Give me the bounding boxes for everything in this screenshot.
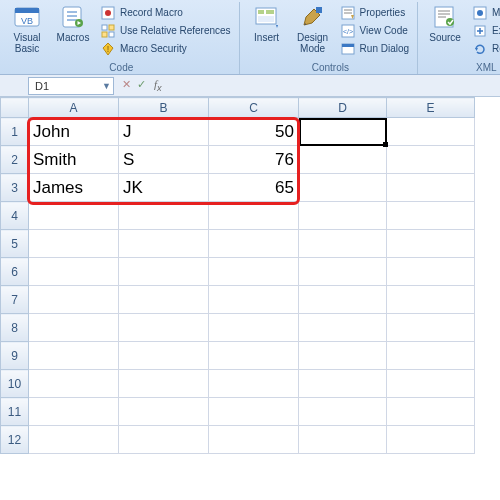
row-header-2[interactable]: 2: [1, 146, 29, 174]
row-header-12[interactable]: 12: [1, 426, 29, 454]
cell-E7[interactable]: [387, 286, 475, 314]
cell-C1[interactable]: 50: [209, 118, 299, 146]
cell-C6[interactable]: [209, 258, 299, 286]
cell-E3[interactable]: [387, 174, 475, 202]
cell-A12[interactable]: [29, 426, 119, 454]
cell-E1[interactable]: [387, 118, 475, 146]
row-header-7[interactable]: 7: [1, 286, 29, 314]
col-header-E[interactable]: E: [387, 98, 475, 118]
refresh-icon: [472, 41, 488, 57]
cell-A6[interactable]: [29, 258, 119, 286]
cell-D4[interactable]: [299, 202, 387, 230]
cell-B6[interactable]: [119, 258, 209, 286]
row-header-10[interactable]: 10: [1, 370, 29, 398]
fx-icon[interactable]: fx: [152, 78, 162, 93]
name-box[interactable]: D1 ▼: [28, 77, 114, 95]
cell-C12[interactable]: [209, 426, 299, 454]
cell-E11[interactable]: [387, 398, 475, 426]
row-header-6[interactable]: 6: [1, 258, 29, 286]
cancel-icon[interactable]: ✕: [122, 78, 131, 93]
row-header-9[interactable]: 9: [1, 342, 29, 370]
cell-D2[interactable]: [299, 146, 387, 174]
cell-B10[interactable]: [119, 370, 209, 398]
cell-D7[interactable]: [299, 286, 387, 314]
cell-C3[interactable]: 65: [209, 174, 299, 202]
use-relative-button[interactable]: Use Relative References: [98, 22, 233, 39]
cell-C10[interactable]: [209, 370, 299, 398]
cell-E10[interactable]: [387, 370, 475, 398]
col-header-C[interactable]: C: [209, 98, 299, 118]
row-header-5[interactable]: 5: [1, 230, 29, 258]
cell-A7[interactable]: [29, 286, 119, 314]
cell-B9[interactable]: [119, 342, 209, 370]
cell-B11[interactable]: [119, 398, 209, 426]
cell-B4[interactable]: [119, 202, 209, 230]
cell-C8[interactable]: [209, 314, 299, 342]
macros-button[interactable]: Macros: [52, 2, 94, 60]
cell-E4[interactable]: [387, 202, 475, 230]
col-header-B[interactable]: B: [119, 98, 209, 118]
insert-button[interactable]: Insert: [246, 2, 288, 60]
cell-E9[interactable]: [387, 342, 475, 370]
properties-button[interactable]: Properties: [338, 4, 411, 21]
cell-A8[interactable]: [29, 314, 119, 342]
cell-C5[interactable]: [209, 230, 299, 258]
enter-icon[interactable]: ✓: [137, 78, 146, 93]
cell-C9[interactable]: [209, 342, 299, 370]
cell-A11[interactable]: [29, 398, 119, 426]
row-header-8[interactable]: 8: [1, 314, 29, 342]
run-dialog-button[interactable]: Run Dialog: [338, 40, 411, 57]
cell-A2[interactable]: Smith: [29, 146, 119, 174]
name-box-dropdown-icon[interactable]: ▼: [102, 81, 111, 91]
map-properties-button[interactable]: Map Prope: [470, 4, 500, 21]
row-header-1[interactable]: 1: [1, 118, 29, 146]
cell-D6[interactable]: [299, 258, 387, 286]
macro-security-button[interactable]: ! Macro Security: [98, 40, 233, 57]
svg-rect-24: [316, 7, 322, 13]
row-header-11[interactable]: 11: [1, 398, 29, 426]
cell-A4[interactable]: [29, 202, 119, 230]
cell-D11[interactable]: [299, 398, 387, 426]
cell-E12[interactable]: [387, 426, 475, 454]
cell-A10[interactable]: [29, 370, 119, 398]
cell-A9[interactable]: [29, 342, 119, 370]
cell-E6[interactable]: [387, 258, 475, 286]
record-macro-button[interactable]: Record Macro: [98, 4, 233, 21]
cell-B7[interactable]: [119, 286, 209, 314]
cell-E8[interactable]: [387, 314, 475, 342]
cell-B8[interactable]: [119, 314, 209, 342]
col-header-D[interactable]: D: [299, 98, 387, 118]
col-header-A[interactable]: A: [29, 98, 119, 118]
refresh-data-button[interactable]: Refresh Da: [470, 40, 500, 57]
visual-basic-button[interactable]: VB Visual Basic: [6, 2, 48, 60]
cell-E2[interactable]: [387, 146, 475, 174]
cell-B12[interactable]: [119, 426, 209, 454]
cell-D8[interactable]: [299, 314, 387, 342]
cell-C2[interactable]: 76: [209, 146, 299, 174]
cell-C7[interactable]: [209, 286, 299, 314]
cell-E5[interactable]: [387, 230, 475, 258]
source-button[interactable]: Source: [424, 2, 466, 60]
sheet-table[interactable]: A B C D E 1 John J 50 2 Smith S 76 3 Jam…: [0, 97, 475, 454]
cell-B3[interactable]: JK: [119, 174, 209, 202]
design-mode-button[interactable]: Design Mode: [292, 2, 334, 60]
cell-B5[interactable]: [119, 230, 209, 258]
cell-A5[interactable]: [29, 230, 119, 258]
select-all-corner[interactable]: [1, 98, 29, 118]
cell-A3[interactable]: James: [29, 174, 119, 202]
row-header-4[interactable]: 4: [1, 202, 29, 230]
view-code-button[interactable]: </> View Code: [338, 22, 411, 39]
cell-D9[interactable]: [299, 342, 387, 370]
cell-C4[interactable]: [209, 202, 299, 230]
cell-D12[interactable]: [299, 426, 387, 454]
expansion-packs-button[interactable]: Expansion: [470, 22, 500, 39]
row-header-3[interactable]: 3: [1, 174, 29, 202]
cell-B2[interactable]: S: [119, 146, 209, 174]
cell-C11[interactable]: [209, 398, 299, 426]
cell-D3[interactable]: [299, 174, 387, 202]
cell-A1[interactable]: John: [29, 118, 119, 146]
cell-D10[interactable]: [299, 370, 387, 398]
cell-D1[interactable]: [299, 118, 387, 146]
cell-B1[interactable]: J: [119, 118, 209, 146]
cell-D5[interactable]: [299, 230, 387, 258]
